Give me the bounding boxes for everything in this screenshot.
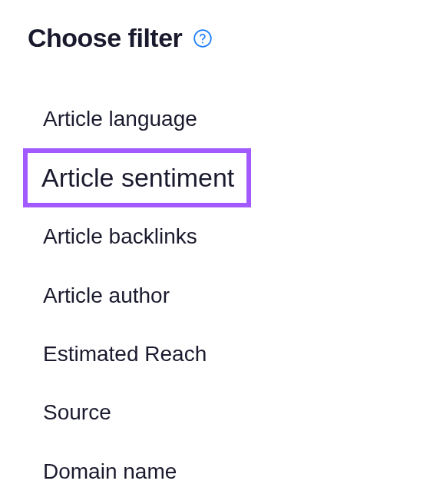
filter-item-article-author[interactable]: Article author [23, 267, 420, 325]
filter-item-article-sentiment[interactable]: Article sentiment [23, 148, 251, 207]
filter-item-label: Article author [43, 284, 170, 307]
filter-item-label: Article language [43, 107, 197, 131]
svg-point-1 [202, 41, 203, 43]
filter-item-article-backlinks[interactable]: Article backlinks [23, 207, 420, 266]
page-title: Choose filter [28, 23, 182, 53]
filter-item-estimated-reach[interactable]: Estimated Reach [23, 325, 420, 383]
filter-item-source[interactable]: Source [23, 383, 420, 442]
filter-item-article-language[interactable]: Article language [23, 90, 420, 148]
filter-header: Choose filter [23, 23, 420, 53]
filter-list: Article language Article sentiment Artic… [23, 90, 420, 501]
filter-item-label: Estimated Reach [43, 342, 207, 366]
filter-item-label: Source [43, 400, 111, 424]
filter-item-domain-name[interactable]: Domain name [23, 443, 420, 501]
help-icon[interactable] [193, 28, 213, 48]
filter-item-label: Domain name [43, 459, 177, 483]
filter-item-label: Article backlinks [43, 224, 197, 248]
filter-item-label: Article sentiment [41, 163, 234, 192]
